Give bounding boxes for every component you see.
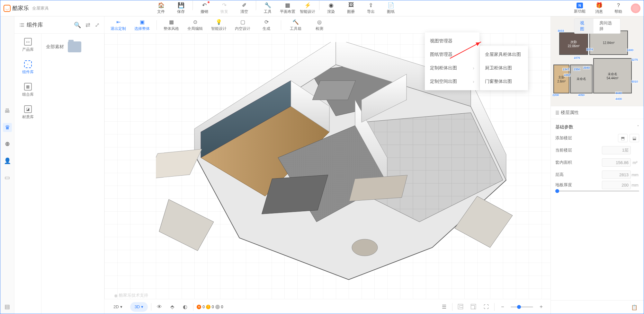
drawing-button[interactable]: 📄图纸	[381, 1, 400, 16]
sub-door[interactable]: 门窗整体出图	[480, 75, 528, 88]
generate-button[interactable]: ⟳生成	[255, 17, 278, 33]
magic-icon: ⚡	[304, 2, 311, 8]
sidebar-tab-combo[interactable]: ▦组合库	[14, 79, 41, 101]
toolbox-button[interactable]: 🔨工具箱	[284, 17, 307, 33]
exit-custom-button[interactable]: ⇤退出定制	[107, 17, 130, 33]
fp-dim: 1600	[627, 48, 634, 52]
rail-user-icon[interactable]: 👤	[3, 156, 12, 165]
fp-dim: 2275	[631, 58, 638, 61]
dd-space-drawing[interactable]: 定制空间出图›	[425, 75, 479, 88]
brand-logo-icon: ◡	[4, 5, 11, 12]
eye-icon[interactable]: 👁	[155, 302, 164, 312]
frame-right-icon[interactable]: ⿹	[469, 302, 478, 312]
canvas[interactable]: ⇤退出定制 ▣选择整体 ▦整体风格 ⊙全局编辑 💡智能设计 ▢内空设计 ⟳生成 …	[104, 16, 550, 314]
smart-button[interactable]: ⚡智能设计	[298, 1, 317, 16]
hammer-icon: 🔨	[292, 18, 299, 25]
save-icon: 💾	[178, 2, 184, 8]
dd-view-manager[interactable]: 视图管理器	[425, 34, 479, 48]
left-rail: 🖶 ♛ ⚉ 👤 ▭ ▤	[0, 16, 14, 314]
sub-kitchen[interactable]: 厨卫柜体出图	[480, 61, 528, 75]
export-button[interactable]: ⇪导出	[361, 1, 380, 16]
dd-drawing-manager[interactable]: 图纸管理器	[425, 48, 479, 61]
slider-knob[interactable]	[555, 189, 559, 193]
height-input[interactable]: 2813	[602, 170, 631, 179]
minimap-tab-view[interactable]: 视图	[574, 19, 594, 33]
row-thickness: 地板厚度 200mm	[555, 181, 639, 198]
clear-button[interactable]: ✐清空	[235, 1, 254, 16]
camera-icon: ◉	[328, 2, 334, 8]
zoom-knob[interactable]	[517, 305, 521, 309]
redo-button[interactable]: ↷恢复	[215, 1, 234, 16]
layout-button[interactable]: ▦平面布置	[278, 1, 297, 16]
row-add-floor: 添加楼层 ⬒ ⬓	[555, 132, 639, 144]
fp-room-5[interactable]: 未命名54.44m²	[593, 58, 632, 93]
clipboard-icon[interactable]: 📋	[630, 303, 639, 312]
expand-icon[interactable]: ⤢	[95, 22, 100, 29]
status-badges: ✕0 !0 ⋯0	[197, 305, 223, 309]
fullscreen-icon[interactable]: ⛶	[481, 302, 491, 312]
tool-button[interactable]: 🔧工具	[258, 1, 277, 16]
user-avatar[interactable]	[631, 4, 640, 13]
list-icon	[19, 22, 25, 28]
all-materials-label[interactable]: 全部素材	[46, 44, 64, 50]
box-icon: ▢	[239, 18, 246, 25]
filter-icon[interactable]: ⇄	[85, 22, 90, 29]
props-section-head[interactable]: 基础参数˄	[555, 122, 639, 132]
sidebar-tab-material[interactable]: ◪材质库	[14, 101, 41, 124]
file-button[interactable]: 🏠文件	[151, 1, 171, 16]
style-button[interactable]: ▦整体风格	[160, 17, 183, 33]
sphere-icon[interactable]: ◐	[180, 302, 190, 312]
sub-whole-house[interactable]: 全屋家具柜体出图	[480, 48, 528, 61]
cube-icon[interactable]: ⬘	[167, 302, 177, 312]
brand-sub: 全屋家具	[32, 5, 49, 11]
render-button[interactable]: ◉渲染	[321, 1, 341, 16]
fp-room-2[interactable]: 12.84m²	[589, 31, 628, 55]
fp-room-1[interactable]: 次卧22.06m²	[559, 32, 588, 55]
bottom-bar: 2D ▾ 3D ▾ 👁 ⬘ ◐ ✕0 !0 ⋯0 ☰ ⿷ ⿹ ⛶ − ＋	[104, 299, 550, 314]
rail-printer-icon[interactable]: 🖶	[3, 106, 12, 115]
interior-button[interactable]: ▢内空设计	[231, 17, 254, 33]
undo-button[interactable]: ↶撤销	[195, 1, 214, 16]
view-3d-button[interactable]: 3D ▾	[130, 302, 148, 312]
add-floor-down-button[interactable]: ⬓	[630, 134, 639, 142]
dd-cabinet-drawing[interactable]: 定制柜体出图›	[425, 61, 479, 75]
save-button[interactable]: 💾保存	[171, 1, 191, 16]
add-floor-up-button[interactable]: ⬒	[618, 134, 628, 142]
newfeature-button[interactable]: N新功能	[571, 1, 588, 16]
image-icon: 🖼	[348, 2, 354, 8]
layers-icon[interactable]: ☰	[439, 302, 449, 312]
rail-settings-icon[interactable]: ▤	[3, 302, 12, 311]
album-button[interactable]: 🖼图册	[341, 1, 361, 16]
view-2d-button[interactable]: 2D ▾	[109, 302, 127, 312]
thickness-slider[interactable]	[555, 190, 639, 192]
minimap[interactable]: 次卧22.06m² 12.84m² 主卧2.6m² 未命名 未命名54.44m²…	[551, 16, 644, 106]
frame-left-icon[interactable]: ⿷	[456, 302, 465, 312]
rail-crown-icon[interactable]: ♛	[3, 123, 12, 132]
smart-design-button[interactable]: 💡智能设计	[208, 17, 230, 33]
zoom-in-icon[interactable]: ＋	[536, 302, 546, 312]
rail-share-icon[interactable]: ⚉	[3, 140, 12, 149]
sidebar: 组件库 🔍 ⇄ ⤢ ▭产品库 ▫组件库 ▦组合库 ◪材质库 全部素材	[14, 16, 104, 314]
thickness-input[interactable]: 200	[602, 181, 631, 189]
help-button[interactable]: ？帮助	[610, 1, 627, 16]
folder-icon[interactable]	[68, 41, 81, 52]
row-height: 层高 2813mm	[555, 169, 639, 181]
zoom-out-icon[interactable]: −	[498, 302, 507, 312]
search-icon[interactable]: 🔍	[74, 22, 81, 29]
minimap-tab-room[interactable]: 房间选择	[594, 19, 620, 33]
rail-object-icon[interactable]: ▭	[3, 173, 12, 182]
message-button[interactable]: 🎁消息	[590, 1, 608, 16]
separator	[494, 303, 495, 311]
top-right: N新功能 🎁消息 ？帮助	[571, 1, 640, 16]
detect-button[interactable]: ◎检测	[308, 17, 331, 33]
zoom-slider[interactable]	[511, 306, 533, 308]
global-edit-button[interactable]: ⊙全局编辑	[184, 17, 206, 33]
current-floor-select[interactable]: 1层	[602, 146, 631, 154]
list-icon: ☰	[555, 110, 559, 115]
select-icon: ▣	[139, 18, 146, 25]
select-all-button[interactable]: ▣选择整体	[131, 17, 153, 33]
sidebar-tab-component[interactable]: ▫组件库	[14, 56, 41, 79]
separator	[281, 20, 281, 30]
sidebar-tab-product[interactable]: ▭产品库	[14, 34, 41, 56]
logo-area: ◡ 酷家乐 全屋家具	[4, 4, 151, 12]
